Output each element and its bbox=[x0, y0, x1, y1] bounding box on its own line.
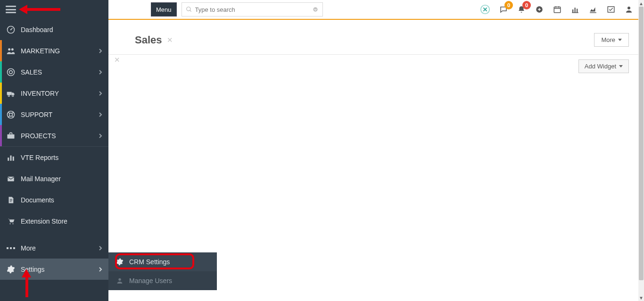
more-button[interactable]: More bbox=[594, 33, 629, 47]
sidebar-item-label: MARKETING bbox=[21, 47, 98, 55]
submenu-item-label: Manage Users bbox=[129, 277, 172, 284]
scrollbar[interactable]: ▲ ▼ bbox=[638, 0, 644, 301]
target-icon bbox=[6, 67, 16, 77]
menu-button[interactable]: Menu bbox=[151, 2, 177, 17]
sidebar-item-sales[interactable]: SALES bbox=[0, 61, 108, 83]
chat-badge: 0 bbox=[504, 1, 513, 9]
svg-point-22 bbox=[186, 7, 190, 11]
chevron-right-icon bbox=[98, 91, 103, 96]
svg-point-10 bbox=[9, 113, 13, 116]
sidebar-item-label: Documents bbox=[21, 196, 103, 204]
sidebar-item-label: SUPPORT bbox=[21, 111, 98, 118]
caret-down-icon bbox=[618, 39, 622, 41]
svg-rect-11 bbox=[8, 134, 15, 138]
sidebar-item-label: VTE Reports bbox=[21, 154, 103, 161]
svg-rect-29 bbox=[577, 9, 578, 13]
svg-point-23 bbox=[313, 7, 317, 11]
lifebuoy-icon bbox=[6, 109, 16, 120]
user-menu-icon[interactable] bbox=[624, 5, 634, 14]
chevron-right-icon bbox=[98, 246, 103, 251]
svg-rect-18 bbox=[7, 247, 8, 249]
sidebar-item-label: Dashboard bbox=[21, 26, 103, 33]
search-input[interactable] bbox=[195, 3, 312, 16]
chevron-right-icon bbox=[98, 112, 103, 117]
bell-badge: 0 bbox=[522, 1, 531, 9]
dropdown-caret-icon[interactable] bbox=[312, 6, 319, 13]
sidebar-item-label: Extension Store bbox=[21, 217, 103, 225]
sidebar-item-documents[interactable]: Documents bbox=[0, 189, 108, 210]
ellipsis-icon bbox=[6, 243, 16, 253]
sidebar-item-projects[interactable]: PROJECTS bbox=[0, 125, 108, 146]
search-box[interactable] bbox=[182, 2, 323, 17]
chevron-right-icon bbox=[98, 49, 103, 53]
sidebar-item-label: PROJECTS bbox=[21, 132, 98, 140]
gear-icon bbox=[115, 257, 124, 267]
svg-point-31 bbox=[627, 7, 630, 9]
mail-icon bbox=[6, 174, 16, 184]
truck-icon bbox=[6, 88, 16, 99]
close-tab-icon[interactable]: ✕ bbox=[167, 36, 173, 44]
sidebar-item-label: INVENTORY bbox=[21, 90, 98, 97]
plus-circle-icon[interactable] bbox=[535, 5, 544, 14]
bar-chart-icon bbox=[6, 152, 16, 163]
submenu-item-manage-users[interactable]: Manage Users bbox=[108, 271, 217, 290]
checkbox-icon[interactable] bbox=[606, 5, 616, 14]
sidebar-item-label: SALES bbox=[21, 68, 98, 76]
dashboard-icon bbox=[6, 25, 16, 35]
svg-point-3 bbox=[11, 48, 14, 50]
sidebar-item-marketing[interactable]: MARKETING bbox=[0, 40, 108, 61]
gear-icon bbox=[6, 264, 16, 275]
sidebar-toggle[interactable] bbox=[0, 0, 108, 19]
chevron-right-icon bbox=[98, 70, 103, 75]
svg-rect-27 bbox=[572, 9, 573, 12]
briefcase-icon bbox=[6, 131, 16, 141]
add-widget-label: Add Widget bbox=[585, 63, 616, 70]
sidebar-item-label: More bbox=[21, 244, 98, 252]
cart-icon bbox=[6, 216, 16, 226]
svg-point-8 bbox=[12, 95, 14, 96]
svg-point-1 bbox=[10, 29, 12, 30]
topbar-right: 0 0 bbox=[480, 4, 634, 15]
scroll-thumb[interactable] bbox=[639, 7, 644, 280]
page-title: Sales bbox=[135, 34, 162, 46]
sidebar-item-more[interactable]: More bbox=[0, 237, 108, 259]
scroll-down-icon[interactable]: ▼ bbox=[638, 294, 644, 301]
user-icon bbox=[115, 276, 124, 285]
sidebar-item-dashboard[interactable]: Dashboard bbox=[0, 19, 108, 40]
calendar-icon[interactable] bbox=[553, 5, 562, 14]
page-header: Sales ✕ More bbox=[108, 20, 638, 55]
svg-rect-14 bbox=[13, 156, 14, 160]
prev-tab-close-icon[interactable]: ✕ bbox=[114, 56, 120, 64]
hamburger-icon bbox=[6, 6, 16, 13]
topbar: Menu 0 0 bbox=[108, 0, 638, 19]
area-chart-icon[interactable] bbox=[588, 5, 598, 14]
svg-rect-6 bbox=[7, 92, 12, 95]
sidebar-item-label: Settings bbox=[21, 266, 98, 273]
svg-rect-20 bbox=[13, 247, 15, 249]
chat-icon[interactable]: 0 bbox=[499, 5, 508, 14]
svg-rect-19 bbox=[10, 247, 12, 249]
users-icon bbox=[6, 46, 16, 56]
sidebar-item-extension-store[interactable]: Extension Store bbox=[0, 210, 108, 232]
chevron-right-icon bbox=[98, 267, 103, 272]
svg-point-21 bbox=[118, 278, 121, 281]
document-icon bbox=[6, 195, 16, 205]
scroll-up-icon[interactable]: ▲ bbox=[638, 0, 644, 7]
app-logo[interactable] bbox=[480, 4, 490, 15]
svg-rect-12 bbox=[8, 158, 9, 161]
bar-chart-icon[interactable] bbox=[570, 5, 580, 14]
svg-rect-28 bbox=[575, 8, 576, 12]
search-icon bbox=[186, 6, 192, 13]
submenu-item-label: CRM Settings bbox=[129, 258, 170, 266]
sidebar-item-vte-reports[interactable]: VTE Reports bbox=[0, 147, 108, 168]
svg-point-4 bbox=[8, 68, 15, 75]
sidebar-item-inventory[interactable]: INVENTORY bbox=[0, 83, 108, 104]
add-widget-button[interactable]: Add Widget bbox=[578, 59, 629, 73]
toolbar-row: Add Widget bbox=[108, 55, 638, 78]
submenu-item-crm-settings[interactable]: CRM Settings bbox=[108, 252, 217, 271]
sidebar-item-support[interactable]: SUPPORT bbox=[0, 104, 108, 125]
sidebar-item-settings[interactable]: Settings bbox=[0, 259, 108, 280]
bell-icon[interactable]: 0 bbox=[517, 5, 526, 14]
sidebar-item-mail-manager[interactable]: Mail Manager bbox=[0, 168, 108, 189]
svg-point-16 bbox=[9, 223, 10, 224]
